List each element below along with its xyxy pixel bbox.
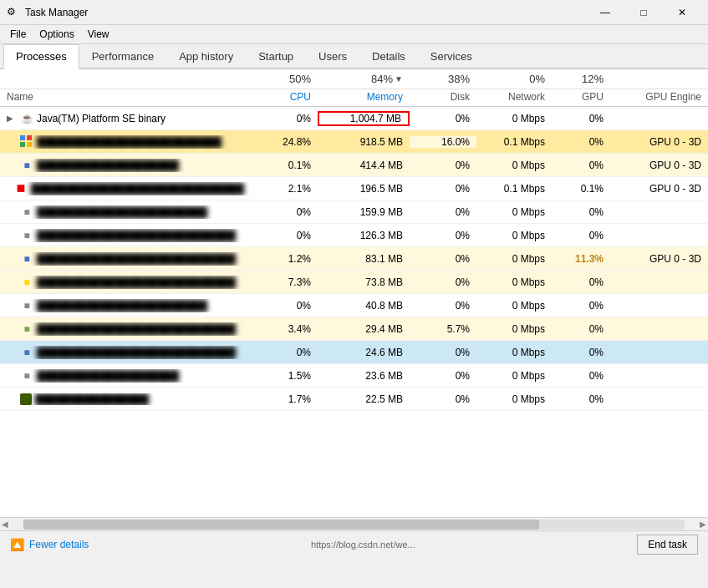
process-name-8: ■ ████████████████████████████ [0,276,251,289]
table-row[interactable]: ■ ████████████████████████ 0% 40.8 MB 0%… [0,294,708,317]
row12-gpu: 0% [552,370,610,382]
bottom-bar: 🔼 Fewer details https://blog.csdn.net/we… [0,530,708,557]
row10-cpu: 3.4% [251,323,318,335]
column-headers: Name CPU Memory Disk Network GPU GPU Eng… [0,89,708,107]
row7-disk: 0% [410,253,476,265]
tab-startup[interactable]: Startup [246,44,306,69]
process-name-6: ■ ████████████████████████████ [0,229,251,242]
hscroll-thumb[interactable] [23,520,539,530]
proc-icon-8: ■ [20,276,33,289]
tab-details[interactable]: Details [359,44,418,69]
app-title: Task Manager [25,7,88,18]
chevron-up-icon: 🔼 [10,538,24,551]
process-name-9: ■ ████████████████████████ [0,299,251,312]
row13-network: 0 Mbps [476,393,552,405]
table-row[interactable]: ■ ████████████████████ 0.1% 414.4 MB 0% … [0,154,708,177]
table-row[interactable]: ■ ████████████████████████████ 7.3% 73.8… [0,271,708,294]
status-url: https://blog.csdn.net/we... [311,540,415,550]
tab-performance[interactable]: Performance [79,44,166,69]
row13-disk: 0% [410,393,476,405]
table-row[interactable]: ■ ████████████████████████████ 0% 126.3 … [0,224,708,247]
table-row[interactable]: ■ ██████████████████████████████ 2.1% 19… [0,177,708,200]
title-bar-controls: — □ ✕ [586,0,701,25]
stat-cpu: 50% [251,73,318,85]
java-icon: ☕ [20,112,33,125]
hscroll-right-btn[interactable]: ▶ [698,520,708,529]
header-name[interactable]: Name [0,91,251,104]
process-name-10: ■ ████████████████████████████ [0,322,251,336]
table-row[interactable]: ██████████████████████████ 24.8% 918.5 M… [0,130,708,154]
header-memory[interactable]: Memory [318,91,410,104]
row11-memory: 24.6 MB [318,347,410,358]
java-cpu: 0% [251,113,318,124]
tab-app-history[interactable]: App history [166,44,246,69]
tab-users[interactable]: Users [306,44,359,69]
row6-cpu: 0% [251,230,318,241]
row3-memory: 414.4 MB [318,160,410,171]
process-name-java: ▶ ☕ Java(TM) Platform SE binary [0,112,251,125]
process-name-4: ■ ██████████████████████████████ [0,182,251,195]
row12-disk: 0% [410,370,476,382]
row2-disk: 16.0% [410,136,476,148]
java-network: 0 Mbps [476,113,552,124]
maximize-button[interactable]: □ [624,0,663,25]
header-cpu[interactable]: CPU [251,91,318,104]
row8-network: 0 Mbps [476,276,552,288]
row12-memory: 23.6 MB [318,370,410,382]
hscroll-track[interactable] [23,520,685,530]
process-table[interactable]: ▶ ☕ Java(TM) Platform SE binary 0% 1,004… [0,107,708,517]
row3-cpu: 0.1% [251,160,318,171]
row8-cpu: 7.3% [251,276,318,288]
header-gpu[interactable]: GPU [552,91,610,104]
process-name-13: ████████████████ [0,393,251,405]
process-name-5: ■ ████████████████████████ [0,205,251,219]
process-label-13: ████████████████ [35,393,149,405]
menu-view[interactable]: View [81,27,116,42]
menu-file[interactable]: File [3,27,33,42]
table-row[interactable]: ■ ████████████████████████████ 3.4% 29.4… [0,317,708,341]
table-row[interactable]: ▶ ☕ Java(TM) Platform SE binary 0% 1,004… [0,107,708,130]
horizontal-scrollbar[interactable]: ◀ ▶ [0,517,708,530]
stat-disk: 38% [410,73,476,85]
row5-cpu: 0% [251,206,318,218]
header-network[interactable]: Network [476,91,552,104]
header-gpu-engine[interactable]: GPU Engine [610,91,708,104]
row2-gpu: 0% [552,136,610,148]
table-row[interactable]: ████████████████ 1.7% 22.5 MB 0% 0 Mbps … [0,388,708,411]
close-button[interactable]: ✕ [663,0,701,25]
table-row[interactable]: ■ ████████████████████████ 0% 159.9 MB 0… [0,200,708,224]
row6-disk: 0% [410,230,476,241]
row2-gpu-engine: GPU 0 - 3D [610,136,708,148]
proc-icon-13 [20,393,32,405]
tab-services[interactable]: Services [418,44,485,69]
row9-gpu: 0% [552,300,610,312]
tab-bar: Processes Performance App history Startu… [0,44,708,69]
table-row[interactable]: ■ ████████████████████████████ 0% 24.6 M… [0,341,708,364]
process-label-7: ████████████████████████████ [37,253,236,265]
table-row[interactable]: ■ ████████████████████████████ 1.2% 83.1… [0,247,708,271]
row3-network: 0 Mbps [476,160,552,171]
process-label-6: ████████████████████████████ [37,230,236,241]
stats-header: 50% 84% ▼ 38% 0% 12% [0,69,708,89]
fewer-details-button[interactable]: 🔼 Fewer details [10,538,89,551]
end-task-button[interactable]: End task [637,535,698,555]
row9-memory: 40.8 MB [318,300,410,312]
row4-gpu-engine: GPU 0 - 3D [610,183,708,195]
proc-icon-4: ■ [14,182,28,195]
java-gpu: 0% [552,113,610,124]
expand-icon[interactable]: ▶ [7,114,17,123]
process-label-12: ████████████████████ [37,370,179,382]
header-disk[interactable]: Disk [410,91,476,104]
hscroll-left-btn[interactable]: ◀ [0,520,10,529]
table-row[interactable]: ■ ████████████████████ 1.5% 23.6 MB 0% 0… [0,364,708,388]
stat-gpu: 12% [552,73,610,85]
process-label-8: ████████████████████████████ [37,276,236,288]
row5-network: 0 Mbps [476,206,552,218]
minimize-button[interactable]: — [586,0,624,25]
tab-processes[interactable]: Processes [3,44,79,69]
row7-memory: 83.1 MB [318,253,410,265]
stat-memory: 84% ▼ [318,73,410,85]
row4-cpu: 2.1% [251,183,318,195]
proc-icon-3: ■ [20,159,33,172]
menu-options[interactable]: Options [33,27,80,42]
